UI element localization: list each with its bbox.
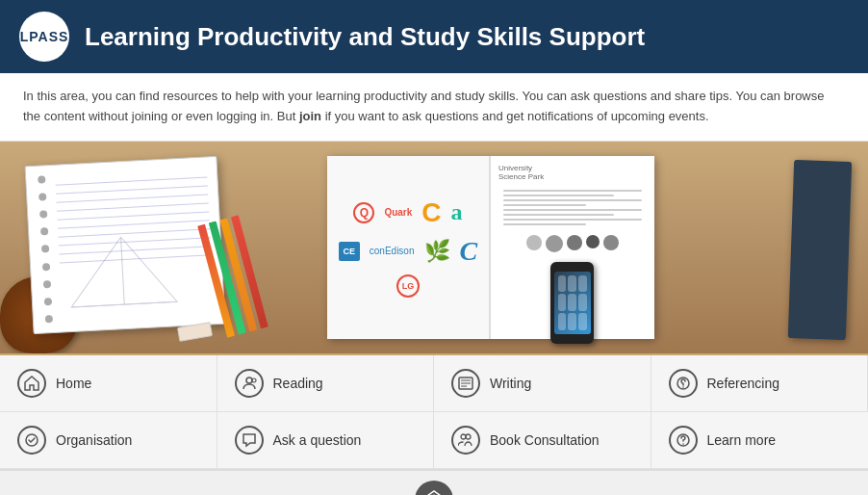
nav-item-referencing[interactable]: Referencing: [651, 355, 869, 412]
footer: [0, 470, 868, 495]
nav-learn-more-label: Learn more: [707, 432, 777, 448]
nav-writing-label: Writing: [490, 376, 531, 391]
phone-decoration: [550, 262, 594, 344]
reading-icon: [235, 369, 264, 398]
footer-icon: [415, 481, 453, 495]
open-book-decoration: Q Quark C a CE conEdison 🌿 C LG: [327, 156, 654, 339]
description-text: In this area, you can find resources to …: [23, 89, 825, 123]
nav-item-organisation[interactable]: Organisation: [0, 412, 217, 469]
nav-item-reading[interactable]: Reading: [217, 355, 435, 412]
dark-notebook-decoration: [788, 160, 852, 340]
navigation-grid: Home Reading Writing: [0, 353, 868, 470]
nav-item-ask-question[interactable]: Ask a question: [217, 412, 435, 469]
nav-item-book-consultation[interactable]: Book Consultation: [434, 412, 651, 469]
nav-item-home[interactable]: Home: [0, 355, 217, 412]
svg-point-12: [461, 434, 466, 439]
hero-banner: Q Quark C a CE conEdison 🌿 C LG: [0, 142, 868, 353]
referencing-icon: [669, 369, 698, 398]
nav-home-label: Home: [56, 376, 91, 391]
nav-organisation-label: Organisation: [56, 432, 132, 448]
page-title: Learning Productivity and Study Skills S…: [85, 22, 645, 52]
svg-point-3: [246, 378, 252, 383]
nav-book-consultation-label: Book Consultation: [490, 432, 600, 448]
logo-text: LPASS: [20, 29, 69, 44]
ask-question-icon: [235, 426, 264, 455]
home-icon: [17, 369, 46, 398]
svg-line-1: [121, 237, 125, 304]
description-area: In this area, you can find resources to …: [0, 73, 868, 142]
nav-reading-label: Reading: [273, 376, 323, 391]
learn-more-icon: [669, 426, 698, 455]
svg-point-10: [682, 386, 684, 388]
join-link[interactable]: join: [299, 109, 321, 123]
book-consultation-icon: [451, 426, 480, 455]
nav-referencing-label: Referencing: [707, 376, 780, 391]
header: LPASS Learning Productivity and Study Sk…: [0, 0, 868, 73]
notebook-decoration: [25, 155, 226, 333]
organisation-icon: [17, 426, 46, 455]
nav-item-learn-more[interactable]: Learn more: [651, 412, 869, 469]
nav-item-writing[interactable]: Writing: [434, 355, 651, 412]
svg-point-13: [466, 434, 471, 439]
writing-icon: [451, 369, 480, 398]
svg-point-15: [682, 443, 684, 445]
logo: LPASS: [19, 12, 69, 62]
nav-ask-question-label: Ask a question: [273, 432, 362, 448]
